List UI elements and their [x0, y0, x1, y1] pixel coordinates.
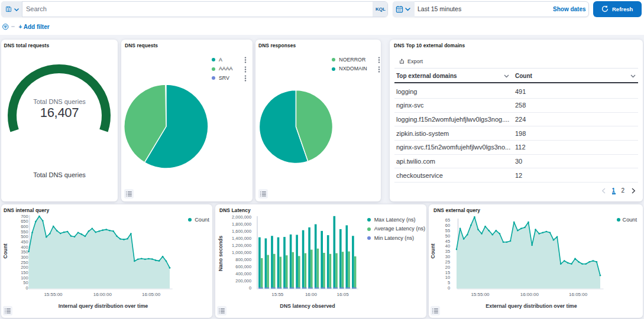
- svg-text:400: 400: [21, 245, 28, 250]
- svg-text:25: 25: [445, 259, 450, 265]
- svg-text:16:00:00: 16:00:00: [520, 292, 539, 297]
- svg-text:35: 35: [445, 249, 450, 254]
- svg-text:200: 200: [21, 265, 28, 270]
- svg-text:40: 40: [445, 243, 450, 249]
- svg-text:50: 50: [23, 280, 28, 285]
- svg-text:60: 60: [445, 223, 450, 228]
- svg-text:0: 0: [448, 285, 450, 291]
- svg-text:700: 700: [21, 214, 28, 219]
- svg-text:16:00:00: 16:00:00: [93, 292, 112, 297]
- svg-text:100: 100: [21, 275, 28, 281]
- svg-text:200,000: 200,000: [235, 278, 251, 284]
- svg-text:10: 10: [445, 275, 450, 280]
- svg-text:55: 55: [445, 228, 450, 233]
- svg-text:350: 350: [21, 249, 28, 255]
- svg-text:650: 650: [21, 219, 28, 224]
- svg-text:15:55:00: 15:55:00: [471, 292, 490, 297]
- svg-text:15:55:00: 15:55:00: [44, 292, 63, 297]
- svg-text:0: 0: [249, 285, 251, 291]
- svg-text:600,000: 600,000: [235, 264, 251, 269]
- svg-text:50: 50: [445, 233, 450, 239]
- svg-text:5: 5: [448, 280, 450, 285]
- svg-text:800,000: 800,000: [235, 257, 251, 262]
- svg-text:450: 450: [21, 239, 28, 245]
- svg-text:1,200,000: 1,200,000: [232, 243, 251, 248]
- svg-text:500: 500: [21, 234, 28, 239]
- svg-text:1,400,000: 1,400,000: [232, 236, 251, 241]
- svg-text:15: 15: [445, 270, 450, 275]
- svg-text:150: 150: [21, 270, 28, 275]
- svg-text:400,000: 400,000: [235, 271, 251, 276]
- svg-text:1,800,000: 1,800,000: [232, 222, 251, 227]
- svg-text:250: 250: [21, 260, 28, 265]
- svg-text:16:05:00: 16:05:00: [142, 292, 161, 297]
- svg-text:600: 600: [21, 224, 28, 229]
- svg-text:45: 45: [445, 239, 450, 244]
- svg-text:2,000,000: 2,000,000: [232, 214, 251, 220]
- svg-text:16:05: 16:05: [337, 292, 349, 297]
- svg-text:16:05:00: 16:05:00: [569, 292, 588, 297]
- svg-text:300: 300: [21, 255, 28, 260]
- svg-text:15:55: 15:55: [271, 292, 284, 297]
- svg-text:16:00: 16:00: [305, 292, 318, 297]
- svg-text:1,600,000: 1,600,000: [232, 229, 251, 234]
- svg-text:1,000,000: 1,000,000: [232, 250, 251, 255]
- svg-text:30: 30: [445, 254, 450, 259]
- svg-text:20: 20: [445, 265, 450, 270]
- svg-text:550: 550: [21, 229, 28, 235]
- svg-text:65: 65: [445, 217, 450, 223]
- svg-text:0: 0: [25, 285, 28, 291]
